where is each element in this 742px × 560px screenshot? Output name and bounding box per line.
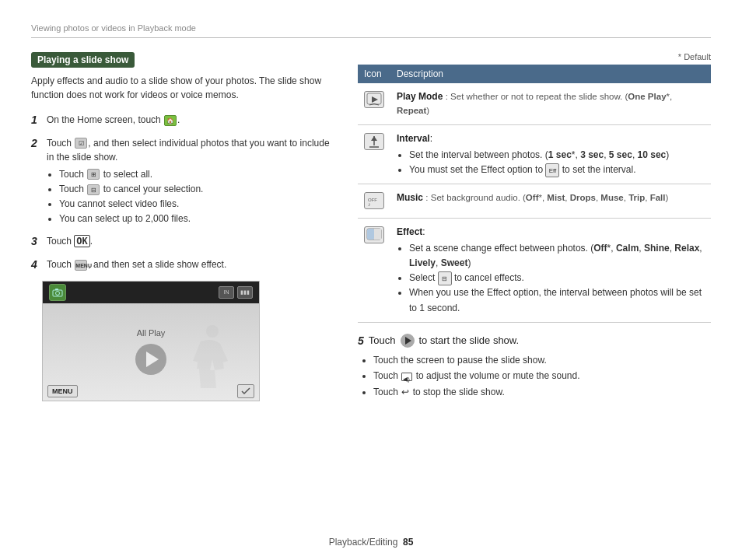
effect-svg: [366, 228, 382, 242]
interval-bullet-1: Set the interval between photos. (1 sec*…: [409, 148, 705, 163]
effect-icon: [364, 226, 384, 243]
play-triangle-step5: [405, 337, 411, 345]
section-heading: Playing a slide show: [31, 52, 135, 68]
page-container: Viewing photos or videos in Playback mod…: [0, 0, 742, 560]
speaker-icon: ◀): [401, 373, 412, 381]
footer-section: Playback/Editing: [329, 537, 398, 548]
svg-rect-13: [374, 229, 381, 240]
ok-icon: OK: [74, 235, 89, 247]
table-row-interval: Interval: Set the interval between photo…: [358, 124, 711, 184]
play-triangle-icon: [146, 352, 159, 367]
interval-svg: [366, 135, 382, 149]
step-4: 4 Touch MENU, and then set a slide show …: [31, 257, 334, 273]
step-5-bullets: Touch the screen to pause the slide show…: [373, 352, 711, 401]
playmode-svg: [366, 93, 382, 107]
interval-icon: [364, 133, 384, 150]
step-2-bullet-2: Touch ⊟ to cancel your selection.: [59, 182, 334, 197]
effect-ref-icon: Eff: [545, 163, 559, 177]
intro-text: Apply effects and audio to a slide show …: [31, 74, 334, 102]
effect-bullet-2: Select ⊟ to cancel effects.: [409, 271, 705, 285]
desc-interval: Interval: Set the interval between photo…: [390, 124, 711, 184]
table-row-music: OFF ♪ Music : Set background audio. (Off…: [358, 184, 711, 218]
menu-icon: MENU: [75, 260, 87, 271]
step-2-num: 2: [31, 136, 42, 152]
music-svg: OFF ♪: [366, 194, 382, 208]
desc-playmode: Play Mode : Set whether or not to repeat…: [390, 83, 711, 124]
play-button[interactable]: [135, 344, 166, 375]
right-column: * Default Icon Description: [358, 52, 711, 401]
table-row-playmode: Play Mode : Set whether or not to repeat…: [358, 83, 711, 124]
step-4-content: Touch MENU, and then set a slide show ef…: [47, 257, 334, 271]
step-3-num: 3: [31, 234, 42, 250]
step-1-content: On the Home screen, touch 🏠.: [47, 113, 334, 127]
effect-bullet-3: When you use the Effect option, the inte…: [409, 285, 705, 315]
desc-effect: Effect: Set a scene change effect betwee…: [390, 218, 711, 322]
default-note: * Default: [358, 52, 711, 61]
table-header-row: Icon Description: [358, 65, 711, 83]
camera-top-bar: IN ▮▮▮: [43, 282, 259, 303]
playmode-icon: [364, 91, 384, 108]
svg-rect-2: [55, 289, 58, 290]
icon-cell-interval: [358, 124, 390, 184]
step-5-text: to start the slide show.: [419, 334, 520, 346]
camera-screenshot: IN ▮▮▮ All Play: [42, 281, 260, 401]
step-3-content: Touch OK.: [47, 234, 334, 248]
interval-bullet-2: You must set the Effect option to Eff to…: [409, 163, 705, 177]
step-5-prefix: Touch: [369, 334, 396, 346]
step-2-bullets: Touch ⊞ to select all. Touch ⊟ to cancel…: [59, 167, 334, 227]
interval-title: Interval: [397, 133, 430, 144]
svg-marker-7: [371, 136, 377, 141]
step-4-num: 4: [31, 257, 42, 273]
col-icon: Icon: [358, 65, 390, 83]
table-body: Play Mode : Set whether or not to repeat…: [358, 83, 711, 322]
home-icon: 🏠: [164, 115, 177, 126]
icon-cell-music: OFF ♪: [358, 184, 390, 218]
interval-bullets: Set the interval between photos. (1 sec*…: [409, 148, 705, 177]
step-5-section: 5 Touch to start the slide show. Touch t…: [358, 334, 711, 401]
step-2-content: Touch ☑, and then select individual phot…: [47, 136, 334, 227]
table-header: Icon Description: [358, 65, 711, 83]
step-2-bullet-3: You cannot select video files.: [59, 197, 334, 212]
step-2: 2 Touch ☑, and then select individual ph…: [31, 136, 334, 227]
left-column: Playing a slide show Apply effects and a…: [31, 52, 334, 401]
page-number: 85: [403, 537, 413, 548]
cancel-icon: ⊟: [87, 184, 100, 195]
check-button[interactable]: [237, 384, 254, 398]
effect-title: Effect: [397, 226, 422, 237]
camera-logo-icon: [49, 284, 66, 301]
col-description: Description: [390, 65, 711, 83]
icon-table: Icon Description: [358, 65, 711, 323]
desc-music: Music : Set background audio. (Off*, Mis…: [390, 184, 711, 218]
breadcrumb: Viewing photos or videos in Playback mod…: [31, 23, 711, 38]
camera-top-right-icons: IN ▮▮▮: [219, 286, 253, 299]
camera-bottom-bar: MENU: [43, 382, 259, 401]
camera-body: All Play: [43, 303, 259, 401]
music-desc: : Set background audio. (Off*, Mist, Dro…: [425, 193, 668, 202]
svg-rect-12: [367, 229, 374, 240]
svg-text:♪: ♪: [368, 201, 371, 207]
page-footer: Playback/Editing 85: [0, 537, 742, 548]
step-5-bullet-2: Touch ◀) to adjust the volume or mute th…: [373, 368, 711, 383]
top-icon-1: IN: [219, 286, 234, 299]
icon-cell-playmode: [358, 83, 390, 124]
step-2-bullet-1: Touch ⊞ to select all.: [59, 167, 334, 182]
icon-cell-effect: [358, 218, 390, 322]
playmode-title: Play Mode: [397, 91, 443, 102]
music-icon: OFF ♪: [364, 192, 384, 209]
cancel-effect-icon: ⊟: [438, 271, 452, 285]
step-5-main: 5 Touch to start the slide show.: [358, 334, 711, 348]
step-5-bullet-3: Touch ↩ to stop the slide show.: [373, 384, 711, 401]
svg-point-3: [206, 325, 219, 338]
music-title: Music: [397, 192, 423, 203]
columns: Playing a slide show Apply effects and a…: [31, 52, 711, 401]
step-1-num: 1: [31, 113, 42, 128]
svg-point-1: [56, 291, 60, 295]
menu-button[interactable]: MENU: [47, 385, 78, 397]
table-row-effect: Effect: Set a scene change effect betwee…: [358, 218, 711, 322]
step-5-play-icon[interactable]: [401, 334, 415, 348]
all-play-label: All Play: [137, 328, 166, 338]
select-all-icon: ⊞: [87, 169, 100, 180]
top-icon-2: ▮▮▮: [237, 286, 253, 299]
step-2-bullet-4: You can select up to 2,000 files.: [59, 212, 334, 226]
step-3: 3 Touch OK.: [31, 234, 334, 250]
